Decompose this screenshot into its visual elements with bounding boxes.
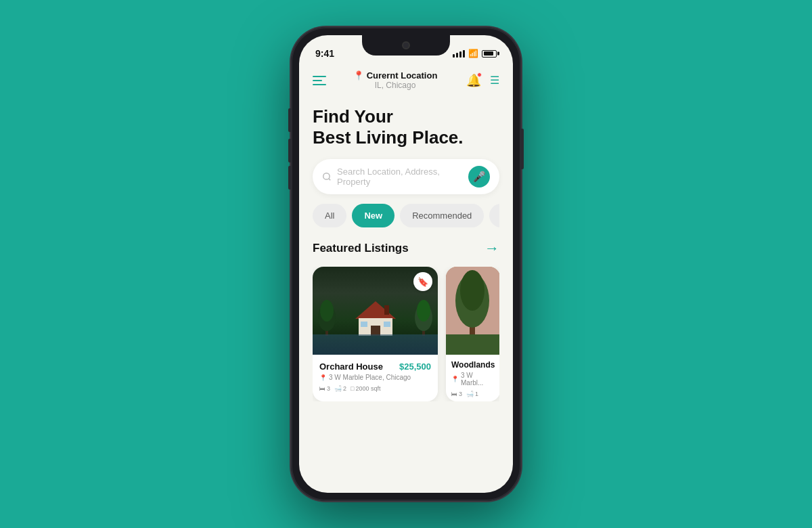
house-icon: [352, 300, 399, 337]
card-address-2: 📍 3 W Marbl...: [451, 372, 495, 387]
card-address-1: 📍 3 W Marble Place, Chicago: [319, 374, 431, 381]
svg-marker-4: [355, 301, 396, 319]
beds-feature-2: 🛏 3: [451, 391, 462, 397]
card-features-1: 🛏 3 🛁 2 □ 2000 sqft: [319, 385, 431, 392]
notification-dot: [477, 72, 482, 77]
mic-button[interactable]: 🎤: [468, 166, 490, 188]
hero-section: Find Your Best Living Place.: [313, 93, 499, 159]
water-reflection: [313, 334, 438, 355]
battery-icon: [482, 50, 497, 58]
battery-fill: [484, 51, 493, 56]
svg-point-16: [460, 270, 484, 311]
tree-left-icon: [317, 299, 337, 336]
notification-button[interactable]: 🔔: [464, 71, 483, 90]
svg-rect-7: [361, 322, 367, 327]
wifi-icon: 📶: [468, 49, 478, 58]
tab-all[interactable]: All: [313, 204, 346, 227]
status-time: 9:41: [315, 48, 334, 59]
mic-icon: 🎤: [473, 171, 486, 183]
listings-row: 🔖 Orchard House $25,500 📍 3 W Marble Pla…: [313, 267, 499, 401]
card-features-2: 🛏 3 🛁 1: [451, 391, 495, 397]
tab-new[interactable]: New: [352, 204, 394, 227]
card-image-1: 🔖: [313, 267, 438, 355]
listing-card-2[interactable]: Woodlands 📍 3 W Marbl... 🛏 3 🛁: [446, 267, 499, 401]
signal-icon: [453, 50, 465, 58]
sqft-feature: □ 2000 sqft: [351, 385, 380, 392]
section-title: Featured Listings: [313, 242, 409, 255]
section-header: Featured Listings →: [313, 240, 499, 257]
search-bar[interactable]: Search Location, Address, Property 🎤: [313, 159, 499, 194]
card-name-1: Orchard House: [319, 361, 383, 372]
location-display[interactable]: 📍 Curernt Location IL, Chicago: [353, 70, 438, 90]
search-placeholder: Search Location, Address, Property: [337, 167, 463, 187]
pin-small-icon-2: 📍: [451, 376, 459, 382]
nav-actions: 🔔 ☰: [464, 71, 499, 90]
status-icons: 📶: [453, 49, 497, 58]
svg-rect-17: [446, 334, 499, 355]
nav-header: 📍 Curernt Location IL, Chicago 🔔 ☰: [313, 65, 499, 93]
location-subtitle: IL, Chicago: [353, 81, 438, 90]
card-name-2: Woodlands: [451, 360, 495, 370]
bookmark-icon: 🔖: [418, 277, 428, 287]
card-price-1: $25,500: [399, 361, 431, 372]
tab-most-searched[interactable]: Most Sea...: [489, 204, 499, 227]
card-info-2: Woodlands 📍 3 W Marbl... 🛏 3 🛁: [446, 355, 499, 401]
tree-scene-icon: [446, 267, 499, 355]
hero-title: Find Your Best Living Place.: [313, 106, 499, 148]
card-image-2: [446, 267, 499, 355]
svg-point-0: [323, 173, 330, 179]
card-info-1: Orchard House $25,500 📍 3 W Marble Place…: [313, 355, 438, 397]
menu-button[interactable]: [313, 76, 326, 85]
notch: [362, 35, 450, 56]
screen-content: 📍 Curernt Location IL, Chicago 🔔 ☰ Find: [299, 65, 513, 493]
svg-point-3: [320, 300, 334, 322]
notch-camera: [402, 41, 410, 49]
svg-rect-9: [384, 305, 389, 315]
pin-small-icon: 📍: [319, 374, 327, 381]
filter-icon[interactable]: ☰: [490, 74, 499, 87]
svg-point-12: [417, 300, 430, 322]
search-icon: [322, 172, 332, 181]
baths-feature-2: 🛁 1: [466, 391, 478, 397]
filter-tabs: All New Recommended Most Sea...: [313, 204, 499, 227]
svg-rect-8: [384, 322, 390, 327]
see-all-button[interactable]: →: [484, 240, 499, 257]
tab-recommended[interactable]: Recommended: [400, 204, 484, 227]
tree-right-icon: [413, 299, 434, 336]
location-title: 📍 Curernt Location: [353, 70, 438, 81]
pin-icon: 📍: [353, 70, 364, 81]
beds-feature: 🛏 3: [319, 385, 330, 392]
phone-wrapper: 9:41 📶: [291, 27, 521, 501]
phone-screen: 9:41 📶: [299, 35, 513, 493]
baths-feature: 🛁 2: [334, 385, 346, 392]
listing-card-1[interactable]: 🔖 Orchard House $25,500 📍 3 W Marble Pla…: [313, 267, 438, 401]
